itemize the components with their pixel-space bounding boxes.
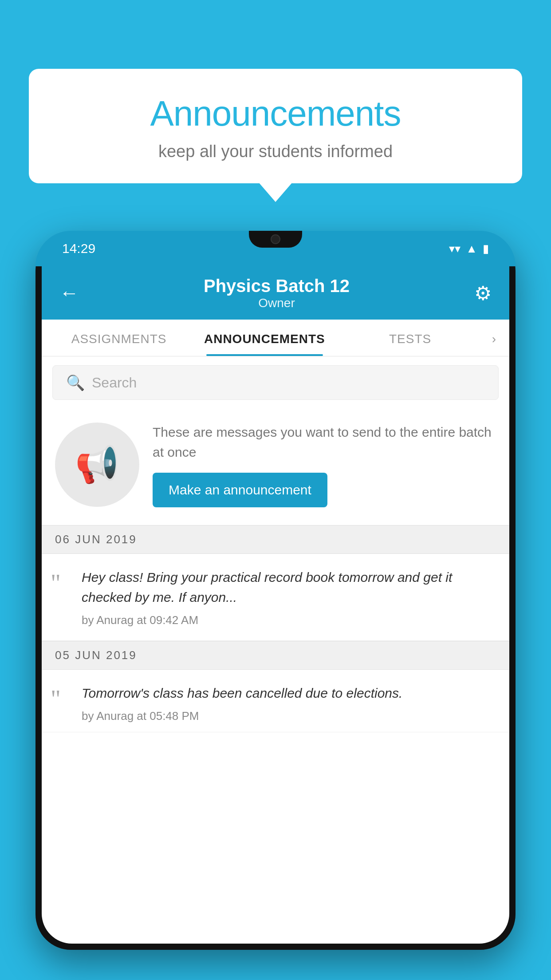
settings-icon[interactable]: ⚙ bbox=[474, 282, 492, 304]
announcement-item-1: " Hey class! Bring your practical record… bbox=[42, 554, 509, 641]
status-bar: 14:29 ▾▾ ▲ ▮ bbox=[35, 231, 516, 266]
status-time: 14:29 bbox=[62, 241, 95, 256]
header-subtitle: Owner bbox=[204, 296, 350, 310]
speech-bubble-subtitle: keep all your students informed bbox=[55, 142, 496, 161]
promo-icon-circle: 📢 bbox=[55, 423, 139, 507]
announcement-text-1: Hey class! Bring your practical record b… bbox=[82, 567, 496, 607]
tab-announcements[interactable]: ANNOUNCEMENTS bbox=[192, 320, 337, 356]
app-screen: ← Physics Batch 12 Owner ⚙ ASSIGNMENTS A… bbox=[42, 266, 509, 944]
search-bar[interactable]: 🔍 Search bbox=[52, 365, 499, 400]
header-title-area: Physics Batch 12 Owner bbox=[204, 276, 350, 310]
back-button[interactable]: ← bbox=[59, 282, 79, 304]
app-header: ← Physics Batch 12 Owner ⚙ bbox=[42, 266, 509, 320]
search-icon: 🔍 bbox=[66, 374, 85, 391]
tab-more[interactable]: › bbox=[483, 320, 505, 356]
announcement-by-2: by Anurag at 05:48 PM bbox=[82, 709, 402, 723]
speech-bubble-title: Announcements bbox=[55, 93, 496, 134]
announcement-text-2: Tomorrow's class has been cancelled due … bbox=[82, 683, 402, 703]
announcement-icon: 📢 bbox=[75, 444, 119, 486]
tab-assignments[interactable]: ASSIGNMENTS bbox=[46, 320, 192, 356]
date-separator-1: 06 JUN 2019 bbox=[42, 525, 509, 554]
promo-content: These are messages you want to send to t… bbox=[153, 422, 496, 507]
tab-tests[interactable]: TESTS bbox=[337, 320, 483, 356]
make-announcement-button[interactable]: Make an announcement bbox=[153, 473, 327, 507]
promo-text: These are messages you want to send to t… bbox=[153, 422, 496, 462]
wifi-icon: ▾▾ bbox=[449, 242, 460, 256]
quote-icon-1: " bbox=[51, 571, 73, 627]
search-container: 🔍 Search bbox=[42, 356, 509, 409]
status-icons: ▾▾ ▲ ▮ bbox=[449, 242, 489, 256]
phone-container: 14:29 ▾▾ ▲ ▮ ← Physics Batch 12 Owner ⚙ bbox=[35, 231, 516, 980]
battery-icon: ▮ bbox=[483, 242, 489, 256]
signal-icon: ▲ bbox=[466, 242, 477, 256]
phone-notch bbox=[249, 231, 302, 248]
announcement-by-1: by Anurag at 09:42 AM bbox=[82, 613, 496, 627]
date-separator-2: 05 JUN 2019 bbox=[42, 641, 509, 670]
search-placeholder: Search bbox=[92, 375, 137, 391]
quote-icon-2: " bbox=[51, 687, 73, 723]
tabs-bar: ASSIGNMENTS ANNOUNCEMENTS TESTS › bbox=[42, 320, 509, 356]
header-title: Physics Batch 12 bbox=[204, 276, 350, 296]
announcement-item-2: " Tomorrow's class has been cancelled du… bbox=[42, 670, 509, 732]
speech-bubble: Announcements keep all your students inf… bbox=[29, 69, 522, 183]
notch-camera bbox=[271, 234, 280, 244]
phone: 14:29 ▾▾ ▲ ▮ ← Physics Batch 12 Owner ⚙ bbox=[35, 231, 516, 950]
announcement-promo: 📢 These are messages you want to send to… bbox=[42, 409, 509, 525]
announcement-content-1: Hey class! Bring your practical record b… bbox=[82, 567, 496, 627]
speech-bubble-container: Announcements keep all your students inf… bbox=[29, 69, 522, 183]
announcement-content-2: Tomorrow's class has been cancelled due … bbox=[82, 683, 402, 723]
